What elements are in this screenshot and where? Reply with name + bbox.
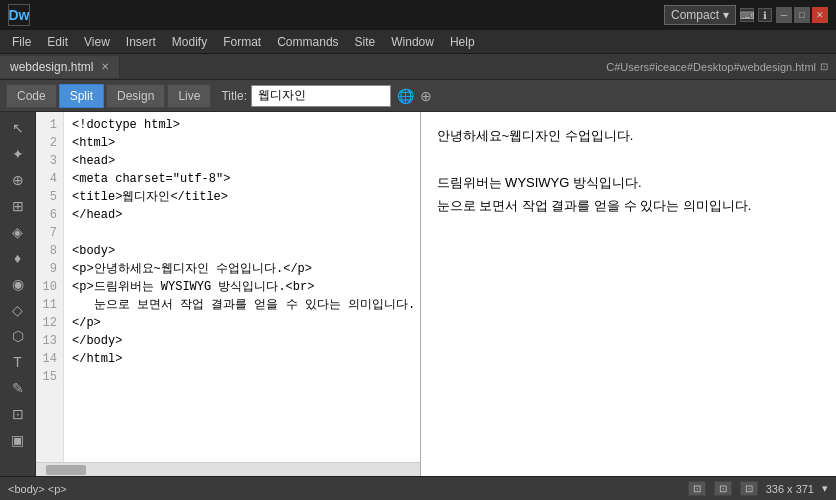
snippets-tool[interactable]: ♦ — [4, 246, 32, 270]
compact-dropdown[interactable]: Compact ▾ — [664, 5, 736, 25]
title-bar: Dw Compact ▾ ⌨ ℹ ─ □ ✕ — [0, 0, 836, 30]
preview-icon[interactable]: ⊕ — [420, 88, 432, 104]
menu-item-help[interactable]: Help — [442, 33, 483, 51]
horiz-thumb — [46, 465, 86, 475]
dimensions-unit: ▾ — [822, 482, 828, 495]
maximize-button[interactable]: □ — [794, 7, 810, 23]
left-panel: ↖ ✦ ⊕ ⊞ ◈ ♦ ◉ ◇ ⬡ T ✎ ⊡ ▣ — [0, 112, 36, 476]
css-tool[interactable]: ⊕ — [4, 168, 32, 192]
files-tool[interactable]: ⬡ — [4, 324, 32, 348]
tab-bar: webdesign.html ✕ C#Users#iceace#Desktop#… — [0, 54, 836, 80]
file-tab[interactable]: webdesign.html ✕ — [0, 56, 120, 78]
menu-item-modify[interactable]: Modify — [164, 33, 215, 51]
title-bar-left: Dw — [8, 4, 30, 26]
code-panel: 12345 678910 1112131415 <!doctype html> … — [36, 112, 421, 476]
dom-tool[interactable]: ⊞ — [4, 194, 32, 218]
menu-bar: FileEditViewInsertModifyFormatCommandsSi… — [0, 30, 836, 54]
insert-tool[interactable]: ✦ — [4, 142, 32, 166]
status-icon2: ⊡ — [714, 481, 732, 496]
assets-tool[interactable]: ◈ — [4, 220, 32, 244]
globe-icon[interactable]: 🌐 — [397, 88, 414, 104]
code-editor[interactable]: <!doctype html> <html> <head> <meta char… — [64, 112, 420, 462]
code-content[interactable]: 12345 678910 1112131415 <!doctype html> … — [36, 112, 420, 462]
preview-line2: 드림위버는 WYSIWYG 방식입니다. 눈으로 보면서 작업 결과를 얻을 수… — [437, 171, 821, 218]
design-panel: 안녕하세요~웹디자인 수업입니다. 드림위버는 WYSIWYG 방식입니다. 눈… — [421, 112, 837, 476]
menu-item-insert[interactable]: Insert — [118, 33, 164, 51]
menu-item-view[interactable]: View — [76, 33, 118, 51]
behaviors-tool[interactable]: ◉ — [4, 272, 32, 296]
preview-line1: 안녕하세요~웹디자인 수업입니다. — [437, 124, 821, 147]
code-view-button[interactable]: Code — [6, 84, 57, 108]
selector-text: <body> <p> — [8, 483, 67, 495]
main-area: ↖ ✦ ⊕ ⊞ ◈ ♦ ◉ ◇ ⬡ T ✎ ⊡ ▣ 12345 678910 1… — [0, 112, 836, 476]
file-tab-label: webdesign.html — [10, 60, 93, 74]
menu-item-edit[interactable]: Edit — [39, 33, 76, 51]
draw-tool[interactable]: ✎ — [4, 376, 32, 400]
color-tool[interactable]: ▣ — [4, 428, 32, 452]
window-controls: ─ □ ✕ — [776, 7, 828, 23]
status-icon3: ⊡ — [740, 481, 758, 496]
menu-item-file[interactable]: File — [4, 33, 39, 51]
status-icon1: ⊡ — [688, 481, 706, 496]
compact-label: Compact — [671, 8, 719, 22]
split-view-button[interactable]: Split — [59, 84, 104, 108]
live-view-button[interactable]: Live — [167, 84, 211, 108]
status-selector: <body> <p> — [8, 483, 67, 495]
text-tool[interactable]: T — [4, 350, 32, 374]
dw-logo: Dw — [8, 4, 30, 26]
toolbar: Code Split Design Live Title: 🌐 ⊕ — [0, 80, 836, 112]
menu-item-commands[interactable]: Commands — [269, 33, 346, 51]
path-icon: ⊡ — [820, 61, 828, 72]
info-icon[interactable]: ℹ — [758, 8, 772, 22]
path-bar: C#Users#iceace#Desktop#webdesign.html ⊡ — [606, 61, 836, 73]
minimize-button[interactable]: ─ — [776, 7, 792, 23]
design-view-button[interactable]: Design — [106, 84, 165, 108]
close-button[interactable]: ✕ — [812, 7, 828, 23]
title-input[interactable] — [251, 85, 391, 107]
horizontal-scrollbar[interactable] — [36, 462, 420, 476]
grid-tool[interactable]: ⊡ — [4, 402, 32, 426]
menu-item-site[interactable]: Site — [347, 33, 384, 51]
select-tool[interactable]: ↖ — [4, 116, 32, 140]
tab-close-icon[interactable]: ✕ — [101, 61, 109, 72]
status-right: ⊡ ⊡ ⊡ 336 x 371 ▾ — [688, 481, 828, 496]
history-tool[interactable]: ◇ — [4, 298, 32, 322]
dimensions-text: 336 x 371 — [766, 483, 814, 495]
menu-item-format[interactable]: Format — [215, 33, 269, 51]
keyboard-icon[interactable]: ⌨ — [740, 8, 754, 22]
title-bar-right: Compact ▾ ⌨ ℹ ─ □ ✕ — [664, 5, 828, 25]
file-path: C#Users#iceace#Desktop#webdesign.html — [606, 61, 816, 73]
chevron-down-icon: ▾ — [723, 8, 729, 22]
status-bar: <body> <p> ⊡ ⊡ ⊡ 336 x 371 ▾ — [0, 476, 836, 500]
menu-item-window[interactable]: Window — [383, 33, 442, 51]
line-numbers: 12345 678910 1112131415 — [36, 112, 64, 462]
title-field-group: Title: — [221, 85, 391, 107]
title-field-label: Title: — [221, 89, 247, 103]
